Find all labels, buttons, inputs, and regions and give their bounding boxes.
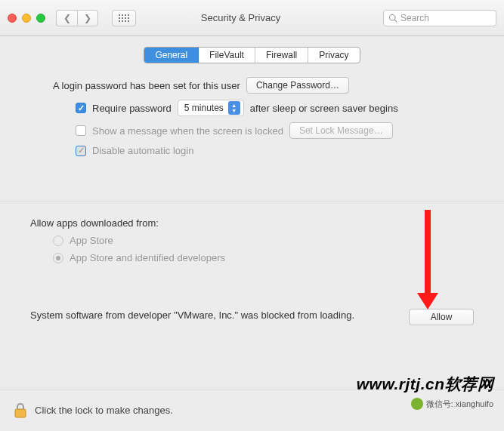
login-password-row: A login password has been set for this u…	[53, 77, 474, 94]
search-placeholder: Search	[400, 13, 429, 23]
show-message-checkbox[interactable]	[76, 125, 86, 136]
blocked-software-row: System software from developer "VMware, …	[30, 309, 474, 325]
wechat-icon	[411, 398, 423, 410]
window-controls	[8, 14, 45, 23]
radio-appstore-label: App Store	[70, 235, 113, 246]
set-lock-message-button: Set Lock Message…	[289, 122, 393, 139]
footer: Click the lock to make changes.	[0, 389, 504, 431]
show-message-label: Show a message when the screen is locked	[92, 125, 283, 137]
search-icon	[388, 14, 397, 23]
blocked-software-text: System software from developer "VMware, …	[30, 309, 354, 322]
titlebar: ❮ ❯ Security & Privacy Search	[0, 0, 504, 36]
radio-identified	[53, 253, 63, 263]
radio-identified-label: App Store and identified developers	[70, 252, 225, 263]
svg-point-0	[390, 14, 396, 20]
require-password-delay-select[interactable]: 5 minutes ▲▼	[178, 100, 244, 116]
allow-button[interactable]: Allow	[409, 309, 474, 325]
tab-privacy[interactable]: Privacy	[308, 48, 359, 63]
login-password-text: A login password has been set for this u…	[53, 80, 240, 91]
tabs: General FileVault Firewall Privacy	[0, 47, 504, 63]
stepper-icon: ▲▼	[228, 101, 240, 115]
tab-general[interactable]: General	[144, 48, 199, 63]
radio-appstore	[53, 236, 63, 246]
allow-apps-heading-row: Allow apps downloaded from:	[30, 217, 474, 229]
nav-group: ❮ ❯	[56, 10, 98, 26]
after-sleep-label: after sleep or screen saver begins	[250, 103, 398, 114]
back-button[interactable]: ❮	[56, 10, 77, 26]
content: A login password has been set for this u…	[0, 63, 504, 389]
minimize-icon[interactable]	[22, 14, 31, 23]
segmented-control: General FileVault Firewall Privacy	[144, 47, 360, 63]
change-password-button[interactable]: Change Password…	[246, 77, 349, 94]
radio-identified-row: App Store and identified developers	[53, 252, 474, 263]
window-title: Security & Privacy	[106, 12, 376, 23]
disable-auto-login-checkbox: ✓	[76, 146, 86, 156]
lock-icon[interactable]	[14, 402, 27, 419]
radio-appstore-row: App Store	[53, 235, 474, 246]
require-password-label: Require password	[92, 103, 172, 114]
search-input[interactable]: Search	[383, 10, 496, 26]
watermark-sub: 微信号: xianghuifo	[411, 398, 493, 410]
disable-auto-login-row: ✓ Disable automatic login	[76, 145, 474, 156]
svg-line-1	[394, 20, 397, 22]
require-password-checkbox[interactable]: ✓	[76, 103, 86, 113]
forward-button[interactable]: ❯	[77, 10, 98, 26]
require-password-delay-value: 5 minutes	[184, 103, 224, 113]
disable-auto-login-label: Disable automatic login	[92, 145, 193, 156]
allow-apps-heading: Allow apps downloaded from:	[30, 217, 159, 229]
tab-filevault[interactable]: FileVault	[199, 48, 255, 63]
divider	[0, 202, 504, 202]
require-password-row: ✓ Require password 5 minutes ▲▼ after sl…	[76, 100, 474, 116]
watermark-text: www.rjtj.cn软荐网	[357, 374, 493, 395]
tab-firewall[interactable]: Firewall	[255, 48, 308, 63]
window: ❮ ❯ Security & Privacy Search General Fi…	[0, 0, 504, 431]
watermark-sub-text: 微信号: xianghuifo	[426, 399, 493, 410]
show-message-row: Show a message when the screen is locked…	[76, 122, 474, 139]
zoom-icon[interactable]	[36, 14, 45, 23]
close-icon[interactable]	[8, 14, 17, 23]
svg-rect-2	[15, 409, 26, 417]
lock-text: Click the lock to make changes.	[35, 405, 173, 416]
